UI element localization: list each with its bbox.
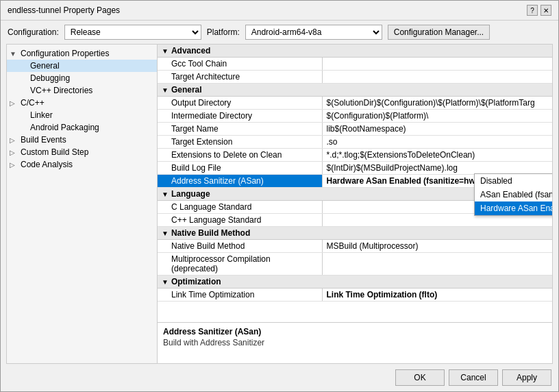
table-row: Output Directory $(SolutionDir)$(Configu… <box>158 97 552 110</box>
configuration-select[interactable]: Release <box>64 25 201 40</box>
tree-item-label: Code Analysis <box>21 160 73 169</box>
section-general: ▼General <box>158 84 552 97</box>
tree-item-label: Linker <box>30 110 53 120</box>
tree-item-label: C/C++ <box>21 98 45 108</box>
section-title: Native Build Method <box>171 228 250 238</box>
config-manager-button[interactable]: Configuration Manager... <box>388 25 490 40</box>
info-panel: Address Sanitizer (ASan) Build with Addr… <box>158 322 552 363</box>
tree-item-android-packaging[interactable]: Android Packaging <box>7 121 157 134</box>
property-pages-dialog: endless-tunnel Property Pages ? ✕ Config… <box>0 0 559 392</box>
section-title: Optimization <box>171 277 221 286</box>
prop-value[interactable]: .so <box>322 136 552 149</box>
tree-item-custom-build[interactable]: ▷ Custom Build Step <box>7 146 157 158</box>
section-optimization: ▼Optimization <box>158 275 552 289</box>
prop-name: Build Log File <box>158 162 322 175</box>
tree-item-vc-directories[interactable]: VC++ Directories <box>7 84 157 97</box>
prop-value[interactable] <box>322 58 552 71</box>
cpp-expander-icon: ▷ <box>10 99 19 107</box>
dropdown-option-disabled[interactable]: Disabled <box>475 174 552 188</box>
footer: OK Cancel Apply <box>1 364 558 391</box>
prop-name: Target Architecture <box>158 71 322 84</box>
tree-item-linker[interactable]: Linker <box>7 109 157 121</box>
asan-dropdown-popup: Disabled ASan Enabled (fsanitize=address… <box>474 173 552 216</box>
platform-select[interactable]: Android-arm64-v8a <box>245 25 382 40</box>
tree-panel: ▼ Configuration Properties General Debug… <box>7 45 158 363</box>
prop-name: Multiprocessor Compilation (deprecated) <box>158 253 322 275</box>
section-title: General <box>171 85 202 95</box>
title-bar-controls: ? ✕ <box>527 5 551 16</box>
tree-item-label: General <box>30 61 60 71</box>
table-row: Build Log File $(IntDir)$(MSBuildProject… <box>158 162 552 175</box>
tree-item-build-events[interactable]: ▷ Build Events <box>7 134 157 146</box>
prop-value[interactable]: $(SolutionDir)$(Configuration)\$(Platfor… <box>322 97 552 110</box>
window-title: endless-tunnel Property Pages <box>8 5 120 15</box>
prop-value[interactable] <box>322 71 552 84</box>
tree-item-label: Debugging <box>30 73 70 83</box>
toolbar: Configuration: Release Platform: Android… <box>1 21 558 44</box>
build-events-expander-icon: ▷ <box>10 136 19 144</box>
prop-name: Native Build Method <box>158 240 322 253</box>
prop-name: C++ Language Standard <box>158 214 322 227</box>
table-row: Link Time Optimization Link Time Optimiz… <box>158 289 552 302</box>
tree-item-cpp[interactable]: ▷ C/C++ <box>7 97 157 109</box>
prop-value[interactable]: lib$(RootNamespace) <box>322 123 552 136</box>
dropdown-option-asan[interactable]: ASan Enabled (fsanitize=address) <box>475 188 552 201</box>
cancel-button[interactable]: Cancel <box>449 369 498 386</box>
root-expander-icon: ▼ <box>10 50 19 58</box>
table-row: Intermediate Directory $(Configuration)$… <box>158 110 552 123</box>
tree-root-item[interactable]: ▼ Configuration Properties <box>7 47 157 60</box>
apply-button[interactable]: Apply <box>502 369 551 386</box>
info-description: Build with Address Sanitizer <box>163 338 547 347</box>
prop-value[interactable]: Link Time Optimization (flto) <box>322 289 552 302</box>
info-title: Address Sanitizer (ASan) <box>163 327 547 336</box>
language-expand-icon: ▼ <box>162 191 169 198</box>
table-row: Target Extension .so <box>158 136 552 149</box>
table-row: Multiprocessor Compilation (deprecated) <box>158 253 552 275</box>
prop-name: Target Name <box>158 123 322 136</box>
prop-value[interactable]: MSBuild (Multiprocessor) <box>322 240 552 253</box>
native-build-expand-icon: ▼ <box>162 230 169 237</box>
code-analysis-expander-icon: ▷ <box>10 161 19 169</box>
tree-item-code-analysis[interactable]: ▷ Code Analysis <box>7 158 157 171</box>
prop-name: Extensions to Delete on Clean <box>158 149 322 162</box>
table-row: Native Build Method MSBuild (Multiproces… <box>158 240 552 253</box>
prop-name: Link Time Optimization <box>158 289 322 302</box>
tree-item-general[interactable]: General <box>7 60 157 72</box>
section-native-build: ▼Native Build Method <box>158 227 552 240</box>
section-advanced: ▼Advanced <box>158 45 552 58</box>
prop-value[interactable]: $(IntDir)$(MSBuildProjectName).log <box>322 162 552 175</box>
general-expand-icon: ▼ <box>162 86 169 94</box>
prop-value[interactable]: *.d;*.tlog;$(ExtensionsToDeleteOnClean) <box>322 149 552 162</box>
prop-value[interactable] <box>322 253 552 275</box>
table-row: Extensions to Delete on Clean *.d;*.tlog… <box>158 149 552 162</box>
ok-button[interactable]: OK <box>395 369 445 386</box>
tree-item-label: Custom Build Step <box>21 147 88 157</box>
custom-build-expander-icon: ▷ <box>10 149 19 156</box>
prop-name: Output Directory <box>158 97 322 110</box>
tree-item-label: Android Packaging <box>30 123 99 132</box>
tree-root-label: Configuration Properties <box>21 49 109 58</box>
section-title: Language <box>171 189 210 199</box>
properties-panel: ▼Advanced Gcc Tool Chain Target Architec… <box>158 45 552 363</box>
prop-name: C Language Standard <box>158 201 322 214</box>
close-button[interactable]: ✕ <box>541 5 551 16</box>
prop-name-asan: Address Sanitizer (ASan) <box>158 175 322 188</box>
table-row: Target Architecture <box>158 71 552 84</box>
help-button[interactable]: ? <box>527 5 538 16</box>
platform-label: Platform: <box>207 27 240 37</box>
dropdown-option-hwasan[interactable]: Hardware ASan Enabled (fsanitize=hwaddre… <box>475 201 552 215</box>
table-row: Target Name lib$(RootNamespace) <box>158 123 552 136</box>
prop-name: Target Extension <box>158 136 322 149</box>
main-content: ▼ Configuration Properties General Debug… <box>6 44 553 364</box>
tree-item-label: Build Events <box>21 135 66 145</box>
prop-name: Gcc Tool Chain <box>158 58 322 71</box>
tree-item-debugging[interactable]: Debugging <box>7 72 157 84</box>
tree-root: ▼ Configuration Properties General Debug… <box>7 45 157 173</box>
prop-value[interactable]: $(Configuration)$(Platform)\ <box>322 110 552 123</box>
tree-item-label: VC++ Directories <box>30 86 92 95</box>
config-label: Configuration: <box>8 27 59 37</box>
prop-name: Intermediate Directory <box>158 110 322 123</box>
section-title: Advanced <box>171 46 210 56</box>
title-bar: endless-tunnel Property Pages ? ✕ <box>1 1 558 21</box>
optimization-expand-icon: ▼ <box>162 278 169 286</box>
